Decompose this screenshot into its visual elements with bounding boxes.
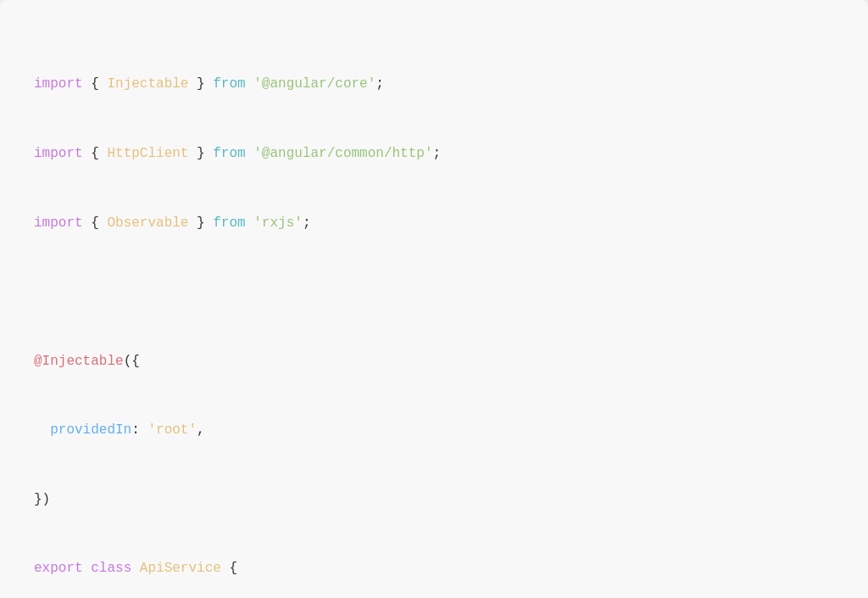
line-4 xyxy=(34,281,834,304)
line-5: @Injectable({ xyxy=(34,350,834,373)
code-content: import { Injectable } from '@angular/cor… xyxy=(34,27,834,598)
line-8: export class ApiService { xyxy=(34,557,834,580)
line-1: import { Injectable } from '@angular/cor… xyxy=(34,73,834,96)
line-6: providedIn: 'root', xyxy=(34,419,834,442)
code-editor: import { Injectable } from '@angular/cor… xyxy=(0,0,868,598)
line-7: }) xyxy=(34,489,834,511)
line-3: import { Observable } from 'rxjs'; xyxy=(34,212,834,235)
line-2: import { HttpClient } from '@angular/com… xyxy=(34,143,834,165)
